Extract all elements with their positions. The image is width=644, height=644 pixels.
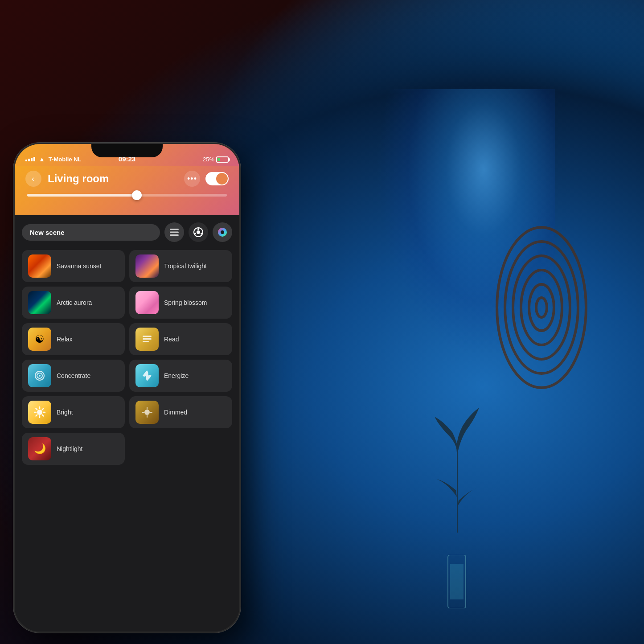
brightness-slider-container xyxy=(25,194,229,197)
back-button[interactable]: ‹ xyxy=(25,171,41,187)
svg-point-13 xyxy=(197,228,199,230)
battery-percentage: 25% xyxy=(203,156,214,163)
slider-thumb xyxy=(132,190,142,200)
scene-thumb-concentrate xyxy=(28,364,51,387)
list-icon xyxy=(170,229,179,236)
scene-label-savanna-sunset: Savanna sunset xyxy=(57,263,101,270)
dimmed-icon xyxy=(141,406,153,418)
svg-line-32 xyxy=(36,415,37,416)
toggle-knob xyxy=(216,173,228,185)
scene-label-bright: Bright xyxy=(57,409,73,416)
read-icon xyxy=(141,333,153,345)
header-row: ‹ Living room ••• xyxy=(25,171,229,187)
scene-label-arctic-aurora: Arctic aurora xyxy=(57,299,92,306)
signal-bar-4 xyxy=(33,157,35,161)
scene-card-read[interactable]: Read xyxy=(129,323,232,355)
svg-line-31 xyxy=(42,409,44,410)
room-header: ‹ Living room ••• xyxy=(15,166,239,215)
svg-rect-18 xyxy=(143,336,152,337)
scene-thumb-arctic-aurora xyxy=(28,291,51,314)
app-content: New scene xyxy=(15,215,239,632)
scene-card-savanna-sunset[interactable]: Savanna sunset xyxy=(22,250,125,282)
svg-rect-8 xyxy=(170,229,179,230)
color-wheel-icon xyxy=(217,227,227,237)
scene-card-relax[interactable]: ☯ Relax xyxy=(22,323,125,355)
carrier-text: T-Mobile NL xyxy=(49,156,82,163)
signal-bar-1 xyxy=(25,160,27,161)
bright-icon xyxy=(33,406,46,418)
slider-track xyxy=(27,194,137,197)
signal-bars xyxy=(25,157,35,161)
svg-line-29 xyxy=(36,409,37,410)
scene-thumb-bright xyxy=(28,401,51,424)
svg-point-23 xyxy=(39,375,41,377)
more-options-button[interactable]: ••• xyxy=(184,171,200,187)
scene-card-tropical-twilight[interactable]: Tropical twilight xyxy=(129,250,232,282)
wifi-icon: ▲ xyxy=(39,156,45,163)
palette-view-button[interactable] xyxy=(189,222,208,242)
signal-bar-2 xyxy=(28,159,30,161)
scene-card-dimmed[interactable]: Dimmed xyxy=(129,396,232,428)
new-scene-button[interactable]: New scene xyxy=(22,224,160,241)
svg-point-15 xyxy=(201,233,202,234)
concentrate-icon xyxy=(33,369,46,382)
signal-bar-3 xyxy=(31,158,33,161)
scene-thumb-energize xyxy=(135,364,159,387)
list-view-button[interactable] xyxy=(164,222,184,242)
svg-point-5 xyxy=(536,298,547,317)
scene-label-relax: Relax xyxy=(57,336,73,343)
decor-glass xyxy=(443,555,470,608)
nightlight-row: 🌙 Nightlight xyxy=(22,433,232,465)
scene-label-nightlight: Nightlight xyxy=(57,445,82,452)
svg-rect-9 xyxy=(170,232,179,233)
scene-card-nightlight[interactable]: 🌙 Nightlight xyxy=(22,433,125,465)
svg-line-30 xyxy=(42,415,44,416)
scene-thumb-dimmed xyxy=(135,401,159,424)
svg-rect-20 xyxy=(143,341,149,342)
phone-frame: ▲ T-Mobile NL 09:23 25% ‹ Living room xyxy=(13,143,241,633)
scene-thumb-read xyxy=(135,328,159,351)
scene-label-tropical-twilight: Tropical twilight xyxy=(164,263,207,270)
spiral-decoration xyxy=(492,214,591,401)
scenes-grid: Savanna sunset Tropical twilight Arctic … xyxy=(22,250,232,428)
room-power-toggle[interactable] xyxy=(205,172,229,185)
scene-card-arctic-aurora[interactable]: Arctic aurora xyxy=(22,287,125,319)
scene-thumb-relax: ☯ xyxy=(28,328,51,351)
svg-point-12 xyxy=(197,230,200,234)
scene-label-energize: Energize xyxy=(164,372,189,379)
svg-point-24 xyxy=(37,410,42,415)
energize-icon xyxy=(141,369,153,382)
svg-point-4 xyxy=(529,284,554,331)
scene-card-concentrate[interactable]: Concentrate xyxy=(22,360,125,392)
more-dots-icon: ••• xyxy=(187,174,197,184)
relax-icon: ☯ xyxy=(35,333,45,345)
svg-point-14 xyxy=(194,233,196,234)
battery-icon xyxy=(216,156,229,163)
brightness-slider[interactable] xyxy=(27,194,227,197)
scene-thumb-spring-blossom xyxy=(135,291,159,314)
scene-label-spring-blossom: Spring blossom xyxy=(164,299,207,306)
header-actions: ••• xyxy=(184,171,229,187)
scene-card-spring-blossom[interactable]: Spring blossom xyxy=(129,287,232,319)
nightlight-icon: 🌙 xyxy=(34,443,46,455)
svg-rect-7 xyxy=(450,564,464,599)
scene-card-bright[interactable]: Bright xyxy=(22,396,125,428)
svg-point-3 xyxy=(521,270,562,345)
svg-rect-10 xyxy=(170,234,179,236)
room-title: Living room xyxy=(48,172,184,185)
scene-label-dimmed: Dimmed xyxy=(164,409,187,416)
notch xyxy=(91,144,163,157)
svg-point-1 xyxy=(505,242,578,373)
scene-thumb-nightlight: 🌙 xyxy=(28,437,51,460)
phone-container: ▲ T-Mobile NL 09:23 25% ‹ Living room xyxy=(13,143,241,633)
scene-label-read: Read xyxy=(164,336,179,343)
scene-thumb-savanna-sunset xyxy=(28,254,51,278)
color-wheel-button[interactable] xyxy=(213,222,232,242)
svg-point-17 xyxy=(221,230,224,234)
svg-point-0 xyxy=(497,227,586,388)
scene-label-concentrate: Concentrate xyxy=(57,372,90,379)
scenes-toolbar: New scene xyxy=(22,222,232,242)
scene-card-energize[interactable]: Energize xyxy=(129,360,232,392)
scene-thumb-tropical-twilight xyxy=(135,254,159,278)
plant-decoration xyxy=(430,408,484,533)
